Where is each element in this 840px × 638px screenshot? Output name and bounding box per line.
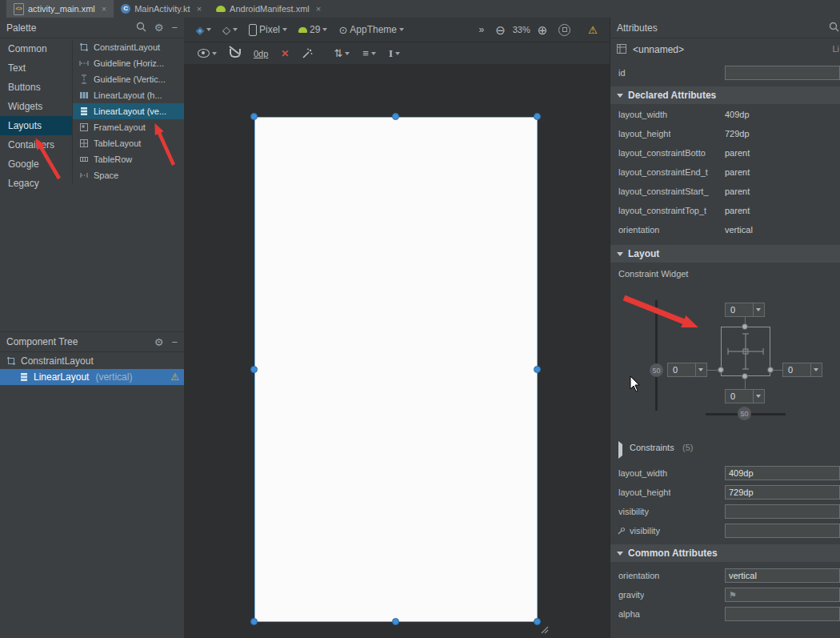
constraint-anchor-top[interactable]: [742, 323, 748, 330]
horizontal-bias-badge[interactable]: 50: [738, 407, 751, 420]
infer-constraints-button[interactable]: [298, 45, 317, 62]
palette-item-constraintlayout[interactable]: ConstraintLayout: [73, 39, 184, 55]
chevron-down-icon[interactable]: [810, 363, 822, 376]
tools-visibility-input[interactable]: [725, 524, 840, 538]
attr-value[interactable]: parent: [725, 148, 750, 158]
render-warning-button[interactable]: ⚠: [584, 21, 602, 38]
visibility-input[interactable]: [725, 504, 840, 519]
declared-attributes-section-header[interactable]: Declared Attributes: [610, 86, 840, 104]
margin-top-combo[interactable]: 0: [725, 303, 765, 317]
tab-androidmanifest-xml[interactable]: AndroidManifest.xml ×: [209, 0, 328, 18]
search-icon[interactable]: [829, 22, 839, 34]
tab-activity-main-xml[interactable]: <> activity_main.xml ×: [6, 0, 114, 18]
tab-close-icon[interactable]: ×: [102, 4, 106, 14]
device-selector[interactable]: Pixel: [245, 21, 291, 38]
palette-category-common[interactable]: Common: [0, 39, 72, 58]
chevron-down-icon[interactable]: [695, 363, 706, 376]
palette-category-text[interactable]: Text: [0, 58, 72, 78]
tab-mainactivity-kt[interactable]: C MainActivity.kt ×: [114, 0, 209, 18]
palette-item-framelayout[interactable]: FrameLayout: [73, 119, 184, 135]
resize-grip-icon[interactable]: [538, 624, 550, 635]
attr-value[interactable]: 729dp: [725, 129, 750, 138]
palette-item-guideline-horizontal[interactable]: Guideline (Horiz...: [73, 55, 184, 71]
selection-handle-bottom-center[interactable]: [392, 618, 399, 625]
margin-right-combo[interactable]: 0: [782, 363, 822, 377]
vertical-bias-badge[interactable]: 50: [650, 363, 663, 377]
layout-height-input[interactable]: 729dp: [725, 485, 840, 500]
alpha-input[interactable]: [725, 607, 840, 621]
gravity-input[interactable]: ⚑: [725, 588, 840, 602]
constraint-widget-square[interactable]: [721, 327, 770, 376]
attr-value[interactable]: parent: [725, 206, 750, 215]
component-tree: ConstraintLayout LinearLayout (vertical)…: [0, 353, 184, 385]
attr-value[interactable]: 409dp: [725, 110, 750, 119]
constraint-anchor-left[interactable]: [718, 367, 724, 373]
constraint-anchor-bottom[interactable]: [742, 373, 748, 379]
palette-category-legacy[interactable]: Legacy: [0, 174, 72, 193]
default-margin-button[interactable]: 0dp: [250, 45, 272, 62]
tree-item-constraintlayout[interactable]: ConstraintLayout: [0, 353, 184, 369]
tab-close-icon[interactable]: ×: [316, 4, 321, 14]
margin-bottom-combo[interactable]: 0: [725, 389, 765, 403]
guidelines-button[interactable]: I: [385, 45, 404, 62]
palette-category-containers[interactable]: Containers: [0, 135, 72, 154]
vertical-bias-track[interactable]: [655, 300, 658, 411]
view-options-button[interactable]: [194, 45, 221, 62]
tab-close-icon[interactable]: ×: [197, 4, 202, 14]
attr-value[interactable]: vertical: [725, 225, 753, 235]
palette-item-space[interactable]: Space: [73, 167, 184, 183]
api-selector[interactable]: 29: [294, 21, 331, 38]
selection-handle-top-right[interactable]: [534, 113, 541, 120]
selection-handle-bottom-left[interactable]: [250, 618, 258, 625]
theme-selector[interactable]: ⊙AppTheme: [334, 21, 408, 38]
zoom-out-button[interactable]: ⊖: [491, 21, 510, 38]
common-attributes-section-header[interactable]: Common Attributes: [610, 544, 840, 562]
warning-icon[interactable]: ⚠: [170, 371, 179, 383]
pack-button[interactable]: ⇅: [330, 45, 354, 62]
attr-value[interactable]: parent: [725, 187, 750, 196]
layout-section-header[interactable]: Layout: [610, 245, 840, 263]
chevron-down-icon[interactable]: [753, 303, 764, 316]
selection-handle-middle-left[interactable]: [250, 366, 258, 373]
palette-category-layouts[interactable]: Layouts: [0, 116, 72, 135]
autoconnect-button[interactable]: [226, 45, 245, 62]
design-surface-panel: ◈ ◇ Pixel 29 ⊙AppTheme » ⊖ 33% ⊕ ⚠ 0dp ✕…: [184, 18, 610, 638]
palette-category-buttons[interactable]: Buttons: [0, 78, 72, 97]
constraints-group-row[interactable]: Constraints (5): [610, 439, 840, 458]
palette-category-google[interactable]: Google: [0, 154, 72, 174]
selection-handle-middle-right[interactable]: [534, 366, 541, 373]
clear-constraints-button[interactable]: ✕: [277, 45, 293, 62]
id-input[interactable]: [725, 66, 840, 80]
palette-item-guideline-vertical[interactable]: Guideline (Vertic...: [73, 71, 184, 87]
palette-item-tablelayout[interactable]: TableLayout: [73, 135, 184, 151]
palette-item-tablerow[interactable]: TableRow: [73, 151, 184, 167]
gear-icon[interactable]: ⚙: [154, 22, 164, 33]
zoom-in-button[interactable]: ⊕: [534, 21, 552, 38]
margin-left-combo[interactable]: 0: [667, 363, 707, 377]
minimize-icon[interactable]: −: [171, 337, 178, 347]
gear-icon[interactable]: ⚙: [154, 337, 164, 347]
orientation-input[interactable]: vertical: [725, 568, 840, 583]
attr-row: layout_width 409dp: [610, 106, 840, 125]
flag-icon[interactable]: ⚑: [729, 590, 737, 600]
constraint-anchor-right[interactable]: [767, 367, 774, 373]
design-mode-button[interactable]: ◈: [192, 21, 215, 38]
palette-item-linearlayout-vertical[interactable]: LinearLayout (ve...: [73, 103, 184, 119]
design-canvas[interactable]: [184, 64, 610, 638]
layout-artboard[interactable]: [254, 117, 538, 622]
selection-handle-top-left[interactable]: [250, 113, 258, 120]
orientation-button[interactable]: ◇: [218, 21, 242, 38]
align-button[interactable]: ≡: [358, 45, 380, 62]
minimize-icon[interactable]: −: [171, 22, 178, 33]
tree-item-linearlayout-vertical[interactable]: LinearLayout (vertical) ⚠: [0, 369, 184, 385]
palette-category-widgets[interactable]: Widgets: [0, 97, 72, 116]
overflow-icon: »: [478, 24, 484, 35]
attr-value[interactable]: parent: [725, 167, 750, 177]
layout-width-input[interactable]: 409dp: [725, 466, 840, 480]
search-icon[interactable]: [136, 22, 146, 34]
palette-item-linearlayout-horizontal[interactable]: LinearLayout (h...: [73, 87, 184, 103]
toolbar-overflow-button[interactable]: »: [474, 21, 488, 38]
selection-handle-top-center[interactable]: [392, 113, 399, 120]
zoom-fit-button[interactable]: [554, 21, 574, 38]
chevron-down-icon[interactable]: [753, 390, 764, 403]
